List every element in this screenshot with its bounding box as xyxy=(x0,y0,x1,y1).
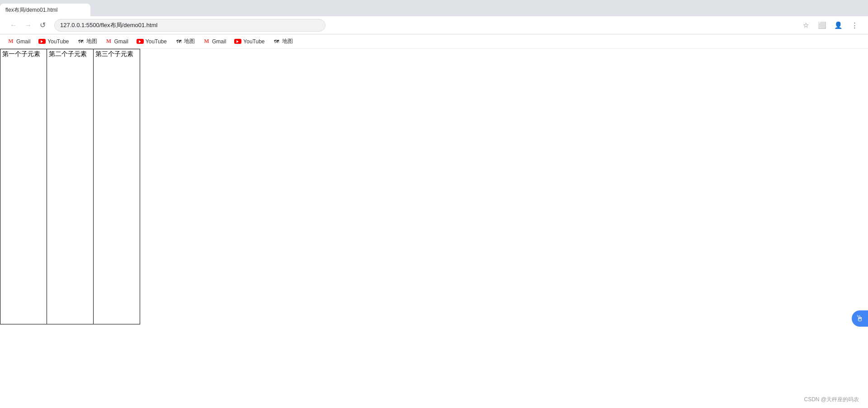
gmail-icon-1: M xyxy=(7,38,14,45)
gmail-icon-3: M xyxy=(203,38,210,45)
bookmark-label-maps-1: 地图 xyxy=(86,38,97,45)
bookmark-gmail-3[interactable]: M Gmail xyxy=(199,36,230,47)
forward-button[interactable]: → xyxy=(22,19,34,32)
back-button[interactable]: ← xyxy=(7,19,20,32)
bookmark-star-button[interactable]: ☆ xyxy=(799,19,812,32)
youtube-icon-2 xyxy=(137,38,144,45)
maps-icon-2: 🗺 xyxy=(175,38,182,45)
bookmarks-bar: M Gmail YouTube 🗺 地图 M Gmail YouTube xyxy=(0,34,868,49)
bookmark-label-maps-3: 地图 xyxy=(282,38,293,45)
youtube-icon-shape-3 xyxy=(234,39,241,44)
bookmark-label-maps-2: 地图 xyxy=(184,38,195,45)
flex-child-3: 第三个子元素 xyxy=(93,49,140,324)
bookmark-gmail-1[interactable]: M Gmail xyxy=(4,36,34,47)
watermark: CSDN @天秤座的码农 xyxy=(804,396,859,403)
bookmark-maps-2[interactable]: 🗺 地图 xyxy=(171,36,198,47)
youtube-icon-shape-1 xyxy=(38,39,46,44)
url-input[interactable] xyxy=(54,19,326,32)
bookmark-label-youtube-3: YouTube xyxy=(243,38,264,45)
address-right-icons: ☆ ⬜ 👤 ⋮ xyxy=(799,19,861,32)
bookmark-maps-3[interactable]: 🗺 地图 xyxy=(269,36,297,47)
tab-bar: flex布局/demo01.html xyxy=(0,0,868,16)
gmail-icon-2: M xyxy=(105,38,113,45)
bookmark-label-youtube-2: YouTube xyxy=(146,38,167,45)
flex-child-3-label: 第三个子元素 xyxy=(95,50,133,57)
flex-child-2: 第二个子元素 xyxy=(47,49,93,324)
floating-action-button[interactable]: 🖱 xyxy=(852,310,868,327)
flex-container: 第一个子元素 第二个子元素 第三个子元素 xyxy=(0,49,140,324)
bookmark-label-youtube-1: YouTube xyxy=(47,38,69,45)
browser-chrome: flex布局/demo01.html ← → ↺ ☆ ⬜ 👤 ⋮ M Gmail xyxy=(0,0,868,49)
reload-button[interactable]: ↺ xyxy=(36,19,49,32)
bookmark-label-gmail-3: Gmail xyxy=(212,38,226,45)
bookmark-youtube-1[interactable]: YouTube xyxy=(35,36,72,47)
youtube-icon-shape-2 xyxy=(137,39,144,44)
bookmark-youtube-3[interactable]: YouTube xyxy=(231,36,268,47)
bookmark-youtube-2[interactable]: YouTube xyxy=(133,36,170,47)
tab-title: flex布局/demo01.html xyxy=(5,6,57,14)
flex-child-1-label: 第一个子元素 xyxy=(2,50,40,57)
youtube-icon-3 xyxy=(234,38,241,45)
menu-button[interactable]: ⋮ xyxy=(848,19,861,32)
maps-icon-1: 🗺 xyxy=(77,38,85,45)
watermark-text: CSDN @天秤座的码农 xyxy=(804,396,859,403)
bookmark-maps-1[interactable]: 🗺 地图 xyxy=(74,36,101,47)
page-content: 第一个子元素 第二个子元素 第三个子元素 xyxy=(0,49,868,408)
nav-buttons: ← → ↺ xyxy=(7,19,49,32)
browser-tab[interactable]: flex布局/demo01.html xyxy=(0,4,90,16)
flex-child-1: 第一个子元素 xyxy=(0,49,47,324)
address-bar: ← → ↺ ☆ ⬜ 👤 ⋮ xyxy=(0,16,868,34)
bookmark-label-gmail-1: Gmail xyxy=(16,38,30,45)
bookmark-gmail-2[interactable]: M Gmail xyxy=(102,36,132,47)
split-button[interactable]: ⬜ xyxy=(816,19,828,32)
bookmark-label-gmail-2: Gmail xyxy=(114,38,128,45)
flex-child-2-label: 第二个子元素 xyxy=(49,50,87,57)
floating-icon: 🖱 xyxy=(856,314,864,324)
youtube-icon-1 xyxy=(38,38,46,45)
profile-button[interactable]: 👤 xyxy=(832,19,844,32)
maps-icon-3: 🗺 xyxy=(273,38,280,45)
